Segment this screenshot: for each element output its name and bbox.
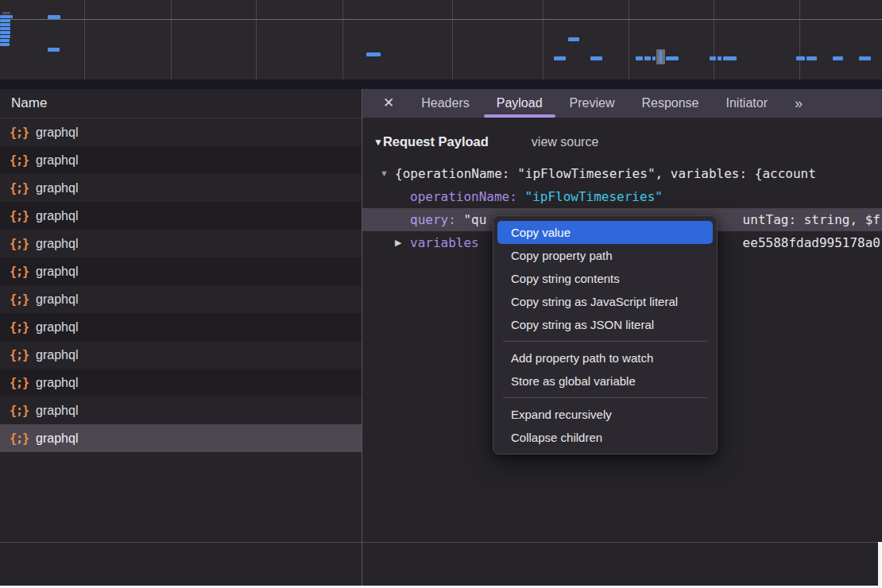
name-column-label: Name [11, 95, 47, 110]
request-row[interactable]: {;}graphql [0, 285, 362, 313]
menu-item-copy-value[interactable]: Copy value [497, 221, 713, 244]
request-name: graphql [36, 126, 78, 140]
property-value-start: "qu [463, 212, 486, 227]
tab-initiator[interactable]: Initiator [726, 89, 768, 118]
request-row[interactable]: {;}graphql [0, 146, 362, 174]
request-timing-bar [710, 56, 716, 60]
object-preview-row[interactable]: ▼ {operationName: "ipFlowTimeseries", va… [362, 162, 882, 185]
json-braces-icon: {;} [10, 376, 29, 390]
tab-headers[interactable]: Headers [421, 89, 469, 118]
network-overview-timeline[interactable] [0, 0, 882, 79]
json-braces-icon: {;} [10, 181, 29, 195]
property-value-clipped-right: untTag: string, $f [743, 208, 880, 231]
request-row[interactable]: {;}graphql [0, 313, 362, 341]
request-timing-bar [48, 48, 60, 52]
view-source-link[interactable]: view source [532, 135, 598, 149]
collapse-triangle-icon[interactable]: ▼ [373, 137, 383, 148]
request-timing-bar [0, 43, 10, 46]
request-timing-bar [666, 56, 679, 60]
request-name: graphql [36, 348, 78, 362]
menu-separator [503, 397, 707, 398]
request-name: graphql [36, 376, 78, 390]
menu-item-copy-property-path[interactable]: Copy property path [493, 244, 717, 267]
json-braces-icon: {;} [10, 209, 29, 223]
timeline-gridline [452, 0, 453, 79]
timeline-gridline [799, 0, 800, 79]
menu-item-collapse-children[interactable]: Collapse children [493, 426, 717, 449]
menu-separator [503, 341, 707, 342]
json-braces-icon: {;} [10, 265, 29, 279]
request-name: graphql [36, 320, 78, 335]
request-row[interactable]: {;}graphql [0, 118, 362, 146]
property-key: variables [410, 235, 479, 250]
timeline-gridline [256, 0, 257, 79]
property-value: "ipFlowTimeseries" [525, 189, 663, 204]
request-timing-bar [554, 56, 566, 60]
request-timing-bar [644, 56, 651, 60]
request-timing-bar [10, 15, 13, 18]
request-timing-bar [0, 39, 10, 42]
request-row[interactable]: {;}graphql [0, 424, 362, 452]
request-name: graphql [36, 404, 78, 418]
timeline-gridline [714, 0, 714, 79]
footer-divider [0, 542, 882, 543]
request-timing-bar [807, 56, 817, 60]
json-braces-icon: {;} [10, 431, 29, 446]
request-timing-bar [366, 52, 381, 56]
request-name: graphql [36, 153, 78, 168]
request-row[interactable]: {;}graphql [0, 202, 362, 230]
request-row[interactable]: {;}graphql [0, 397, 362, 424]
property-key: operationName [410, 189, 509, 204]
chevron-double-right-icon[interactable]: » [795, 89, 801, 118]
request-timing-bar [0, 35, 10, 38]
request-timing-bar [718, 56, 721, 60]
menu-item-add-property-path-to-watch[interactable]: Add property path to watch [493, 346, 717, 369]
page-right-edge [878, 542, 882, 588]
request-timing-bar [2, 12, 10, 14]
request-timing-bar [859, 56, 871, 60]
tab-preview[interactable]: Preview [570, 89, 615, 118]
timeline-gridline [171, 0, 172, 79]
requests-panel: Name {;}graphql{;}graphql{;}graphql{;}gr… [0, 89, 362, 588]
close-icon[interactable]: ✕ [383, 89, 394, 118]
menu-item-copy-string-as-json-literal[interactable]: Copy string as JSON literal [493, 313, 717, 336]
tab-response[interactable]: Response [641, 89, 698, 118]
json-braces-icon: {;} [10, 320, 29, 335]
request-timing-bar [568, 37, 579, 41]
menu-item-copy-string-contents[interactable]: Copy string contents [493, 267, 717, 290]
section-title: Request Payload [383, 134, 489, 149]
object-preview-text: {operationName: "ipFlowTimeseries", vari… [395, 162, 816, 185]
request-name: graphql [36, 265, 78, 279]
json-braces-icon: {;} [10, 292, 29, 307]
selected-request-marker-bar [660, 51, 662, 63]
request-row[interactable]: {;}graphql [0, 369, 362, 397]
request-row[interactable]: {;}graphql [0, 230, 362, 257]
menu-item-copy-string-as-javascript-literal[interactable]: Copy string as JavaScript literal [493, 290, 717, 313]
json-braces-icon: {;} [10, 404, 29, 418]
request-timing-bar [0, 15, 10, 18]
collapsed-triangle-icon[interactable]: ▶ [395, 231, 401, 254]
selected-request-marker [656, 49, 665, 64]
request-row[interactable]: {;}graphql [0, 257, 362, 285]
request-timing-bar [723, 56, 737, 60]
timeline-horizontal-rule [0, 19, 882, 20]
expanded-triangle-icon[interactable]: ▼ [380, 162, 389, 185]
detail-tabbar: ✕ HeadersPayloadPreviewResponseInitiator… [362, 89, 882, 118]
overview-bottom-band [0, 79, 882, 89]
panel-divider[interactable] [362, 89, 362, 586]
request-row[interactable]: {;}graphql [0, 341, 362, 369]
property-value-clipped-right: ee5588fdad995178a0 [743, 231, 880, 254]
request-name: graphql [36, 431, 78, 446]
request-row[interactable]: {;}graphql [0, 174, 362, 202]
context-menu: Copy valueCopy property pathCopy string … [493, 215, 718, 455]
name-column-header[interactable]: Name [0, 89, 362, 118]
request-name: graphql [36, 292, 78, 307]
tab-strip: HeadersPayloadPreviewResponseInitiator [421, 89, 768, 118]
request-timing-bar [833, 56, 843, 60]
menu-item-store-as-global-variable[interactable]: Store as global variable [493, 369, 717, 393]
request-timing-bar [0, 27, 10, 30]
tab-payload[interactable]: Payload [497, 89, 543, 118]
request-list: {;}graphql{;}graphql{;}graphql{;}graphql… [0, 118, 362, 452]
menu-item-expand-recursively[interactable]: Expand recursively [493, 403, 717, 426]
property-row-operationname[interactable]: operationName: "ipFlowTimeseries" [362, 185, 882, 208]
